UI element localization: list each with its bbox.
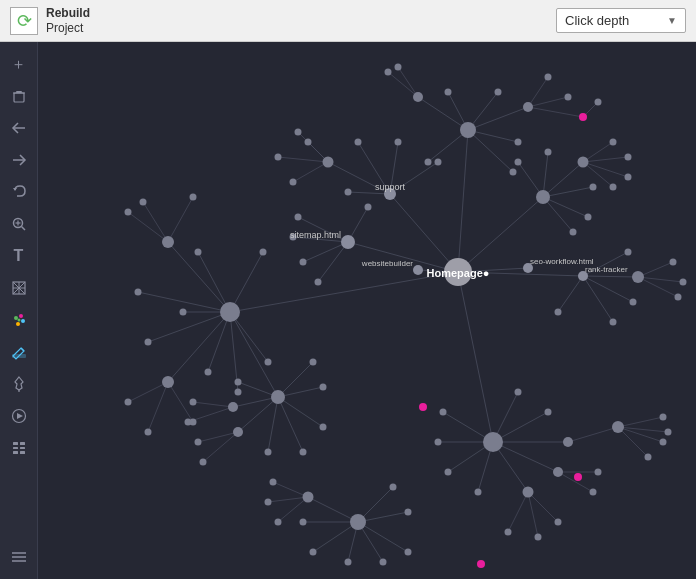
- svg-point-218: [660, 439, 667, 446]
- svg-point-216: [660, 414, 667, 421]
- svg-point-251: [590, 184, 597, 191]
- svg-point-195: [625, 249, 632, 256]
- project-icon: ⟳: [10, 7, 38, 35]
- svg-point-232: [265, 499, 272, 506]
- homepage-label: Homepage●: [427, 267, 490, 279]
- svg-point-249: [545, 149, 552, 156]
- ranktracker-label: rank-tracker: [585, 265, 628, 274]
- svg-rect-25: [20, 442, 25, 445]
- svg-point-209: [535, 534, 542, 541]
- edit-pen-icon[interactable]: [4, 338, 34, 366]
- svg-point-186: [355, 139, 362, 146]
- svg-point-193: [315, 279, 322, 286]
- svg-point-245: [320, 384, 327, 391]
- svg-point-150: [477, 560, 485, 568]
- svg-point-169: [395, 64, 402, 71]
- svg-rect-27: [20, 447, 25, 449]
- svg-rect-26: [13, 447, 18, 449]
- svg-point-154: [125, 399, 132, 406]
- svg-line-20: [21, 348, 24, 351]
- svg-point-255: [625, 154, 632, 161]
- svg-point-199: [555, 309, 562, 316]
- svg-point-223: [303, 492, 314, 503]
- svg-point-259: [341, 235, 355, 249]
- svg-point-161: [205, 369, 212, 376]
- network-canvas[interactable]: support sitemap.html websitebuilder seo-…: [38, 42, 696, 579]
- sidebar: ＋ T: [0, 42, 38, 579]
- svg-point-159: [180, 309, 187, 316]
- svg-point-18: [17, 319, 20, 322]
- svg-point-215: [612, 421, 624, 433]
- svg-point-208: [505, 529, 512, 536]
- svg-point-14: [14, 316, 18, 320]
- svg-point-206: [475, 489, 482, 496]
- svg-point-250: [578, 157, 589, 168]
- click-depth-dropdown[interactable]: Click depth ▼: [556, 8, 686, 33]
- svg-point-220: [545, 409, 552, 416]
- menu-icon[interactable]: [4, 543, 34, 571]
- svg-point-167: [220, 302, 240, 322]
- svg-point-168: [385, 69, 392, 76]
- svg-point-204: [435, 439, 442, 446]
- svg-point-242: [265, 449, 272, 456]
- svg-rect-29: [20, 451, 25, 454]
- svg-point-211: [553, 467, 563, 477]
- svg-point-247: [271, 390, 285, 404]
- svg-point-149: [574, 473, 582, 481]
- forward-icon[interactable]: [4, 146, 34, 174]
- svg-point-198: [610, 319, 617, 326]
- websitebuilder-label: websitebuilder: [361, 259, 413, 268]
- svg-point-176: [595, 99, 602, 106]
- svg-point-205: [445, 469, 452, 476]
- svg-rect-33: [38, 42, 696, 579]
- svg-point-261: [413, 265, 423, 275]
- undo-icon[interactable]: [4, 178, 34, 206]
- svg-point-158: [145, 339, 152, 346]
- delete-icon[interactable]: [4, 82, 34, 110]
- paint-icon[interactable]: [4, 306, 34, 334]
- dropdown-arrow-icon: ▼: [667, 15, 677, 26]
- grid-calculator-icon[interactable]: [4, 434, 34, 462]
- back-icon[interactable]: [4, 114, 34, 142]
- svg-point-230: [390, 484, 397, 491]
- svg-point-192: [300, 259, 307, 266]
- svg-rect-28: [13, 451, 18, 454]
- svg-point-202: [675, 294, 682, 301]
- svg-point-197: [630, 299, 637, 306]
- svg-rect-0: [14, 93, 24, 102]
- svg-point-179: [425, 159, 432, 166]
- add-icon[interactable]: ＋: [4, 50, 34, 78]
- svg-point-163: [265, 359, 272, 366]
- svg-point-233: [275, 519, 282, 526]
- svg-point-235: [235, 379, 242, 386]
- search-zoom-icon[interactable]: [4, 210, 34, 238]
- svg-point-222: [483, 432, 503, 452]
- svg-point-184: [290, 179, 297, 186]
- svg-point-246: [310, 359, 317, 366]
- svg-point-228: [405, 549, 412, 556]
- svg-point-221: [515, 389, 522, 396]
- svg-point-173: [523, 102, 533, 112]
- svg-point-165: [162, 236, 174, 248]
- svg-point-231: [270, 479, 277, 486]
- svg-point-253: [570, 229, 577, 236]
- svg-point-147: [579, 113, 587, 121]
- pin-icon[interactable]: [4, 370, 34, 398]
- svg-point-190: [295, 214, 302, 221]
- svg-point-252: [585, 214, 592, 221]
- svg-point-227: [380, 559, 387, 566]
- svg-point-180: [460, 122, 476, 138]
- svg-point-219: [645, 454, 652, 461]
- box-icon[interactable]: [4, 274, 34, 302]
- svg-point-17: [16, 322, 20, 326]
- svg-point-243: [300, 449, 307, 456]
- svg-point-238: [185, 419, 192, 426]
- svg-point-171: [445, 89, 452, 96]
- text-icon[interactable]: T: [4, 242, 34, 270]
- svg-point-237: [190, 399, 197, 406]
- svg-point-257: [610, 184, 617, 191]
- svg-line-6: [21, 227, 25, 231]
- svg-point-185: [323, 157, 334, 168]
- svg-point-148: [419, 403, 427, 411]
- play-icon[interactable]: [4, 402, 34, 430]
